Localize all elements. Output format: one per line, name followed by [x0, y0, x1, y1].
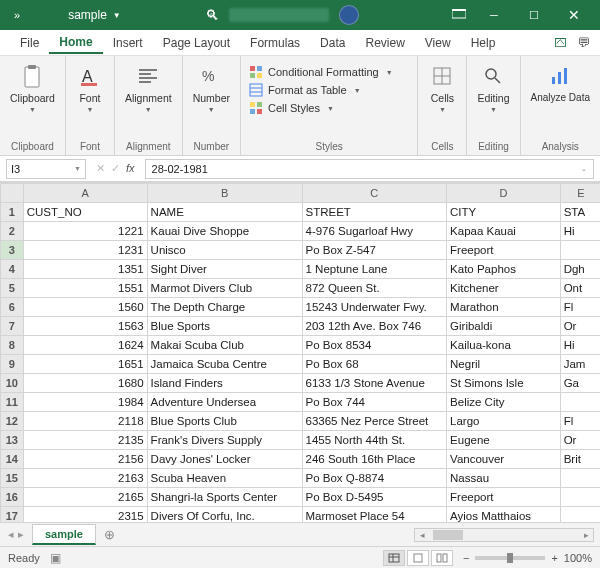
row-header[interactable]: 17 [1, 507, 24, 523]
row-header[interactable]: 1 [1, 203, 24, 222]
tab-formulas[interactable]: Formulas [240, 32, 310, 53]
row-header[interactable]: 10 [1, 374, 24, 393]
cell[interactable]: Hi [560, 336, 600, 355]
view-normal-button[interactable] [383, 550, 405, 566]
cell[interactable]: Marmot Divers Club [147, 279, 302, 298]
cell[interactable]: 1231 [23, 241, 147, 260]
cell[interactable]: 203 12th Ave. Box 746 [302, 317, 447, 336]
fx-icon[interactable]: fx [126, 162, 135, 175]
cell[interactable]: Ayios Matthaios [447, 507, 561, 523]
cell[interactable]: 1563 [23, 317, 147, 336]
cell[interactable]: 1984 [23, 393, 147, 412]
cell[interactable]: 1560 [23, 298, 147, 317]
cell[interactable]: Frank's Divers Supply [147, 431, 302, 450]
cell[interactable]: Marmoset Place 54 [302, 507, 447, 523]
cell[interactable]: 1651 [23, 355, 147, 374]
row-header[interactable]: 12 [1, 412, 24, 431]
ribbon-display-options-icon[interactable] [444, 9, 474, 21]
cell[interactable]: Kato Paphos [447, 260, 561, 279]
cell[interactable]: Po Box Z-547 [302, 241, 447, 260]
row-header[interactable]: 3 [1, 241, 24, 260]
cell[interactable]: Nassau [447, 469, 561, 488]
cell[interactable]: Fl [560, 298, 600, 317]
cell[interactable]: St Simons Isle [447, 374, 561, 393]
tab-insert[interactable]: Insert [103, 32, 153, 53]
cell[interactable] [560, 469, 600, 488]
cell[interactable]: Fl [560, 412, 600, 431]
cell[interactable]: 2156 [23, 450, 147, 469]
cell[interactable]: Largo [447, 412, 561, 431]
col-header-A[interactable]: A [23, 184, 147, 203]
row-header[interactable]: 6 [1, 298, 24, 317]
cell[interactable]: Po Box 744 [302, 393, 447, 412]
cell[interactable]: Eugene [447, 431, 561, 450]
cell[interactable] [560, 241, 600, 260]
cell[interactable]: Giribaldi [447, 317, 561, 336]
cell[interactable]: Kapaa Kauai [447, 222, 561, 241]
cell[interactable]: Brit [560, 450, 600, 469]
maximize-button[interactable]: ☐ [514, 0, 554, 30]
cell[interactable]: 246 South 16th Place [302, 450, 447, 469]
cell[interactable]: 1624 [23, 336, 147, 355]
enter-icon[interactable]: ✓ [111, 162, 120, 175]
cell[interactable]: Kitchener [447, 279, 561, 298]
horizontal-scrollbar[interactable]: ◂ ▸ [414, 528, 594, 542]
cell[interactable]: CITY [447, 203, 561, 222]
name-box[interactable]: I3 ▼ [6, 159, 86, 179]
cell[interactable]: 1 Neptune Lane [302, 260, 447, 279]
cell[interactable]: 872 Queen St. [302, 279, 447, 298]
cell[interactable]: 2165 [23, 488, 147, 507]
avatar[interactable] [339, 5, 359, 25]
cell[interactable] [560, 488, 600, 507]
cell[interactable]: Kailua-kona [447, 336, 561, 355]
cell[interactable]: 1455 North 44th St. [302, 431, 447, 450]
tab-page-layout[interactable]: Page Layout [153, 32, 240, 53]
row-header[interactable]: 11 [1, 393, 24, 412]
close-button[interactable]: ✕ [554, 0, 594, 30]
cell[interactable]: Po Box Q-8874 [302, 469, 447, 488]
row-header[interactable]: 15 [1, 469, 24, 488]
tab-file[interactable]: File [10, 32, 49, 53]
cell[interactable]: 1680 [23, 374, 147, 393]
expand-formula-icon[interactable]: ⌄ [581, 165, 587, 173]
cell[interactable]: Negril [447, 355, 561, 374]
cell[interactable]: Adventure Undersea [147, 393, 302, 412]
zoom-slider[interactable] [475, 556, 545, 560]
cell[interactable]: 2163 [23, 469, 147, 488]
conditional-formatting-button[interactable]: Conditional Formatting ▼ [247, 64, 395, 80]
alignment-button[interactable]: Alignment ▼ [121, 60, 176, 115]
tab-help[interactable]: Help [461, 32, 506, 53]
sheet-nav[interactable]: ◂▸ [0, 528, 32, 541]
cell[interactable]: NAME [147, 203, 302, 222]
col-header-C[interactable]: C [302, 184, 447, 203]
cells-button[interactable]: Cells ▼ [424, 60, 460, 115]
cell[interactable]: 2135 [23, 431, 147, 450]
cell[interactable]: 1551 [23, 279, 147, 298]
cell[interactable]: 2315 [23, 507, 147, 523]
tab-review[interactable]: Review [355, 32, 414, 53]
tab-data[interactable]: Data [310, 32, 355, 53]
row-header[interactable]: 4 [1, 260, 24, 279]
zoom-out-button[interactable]: − [463, 552, 469, 564]
cell[interactable]: 1221 [23, 222, 147, 241]
editing-button[interactable]: Editing ▼ [473, 60, 513, 115]
cell[interactable]: Po Box D-5495 [302, 488, 447, 507]
cell[interactable]: 4-976 Sugarloaf Hwy [302, 222, 447, 241]
cell[interactable]: Po Box 68 [302, 355, 447, 374]
row-header[interactable]: 14 [1, 450, 24, 469]
row-header[interactable]: 13 [1, 431, 24, 450]
tab-view[interactable]: View [415, 32, 461, 53]
quick-access-chevron-icon[interactable]: » [6, 9, 28, 21]
cell[interactable] [560, 393, 600, 412]
cell[interactable]: 1351 [23, 260, 147, 279]
row-header[interactable]: 8 [1, 336, 24, 355]
col-header-B[interactable]: B [147, 184, 302, 203]
cell[interactable]: Makai Scuba Club [147, 336, 302, 355]
cell[interactable]: Divers Of Corfu, Inc. [147, 507, 302, 523]
sheet-tab-active[interactable]: sample [32, 524, 96, 545]
spreadsheet-table[interactable]: ABCDE1CUST_NONAMESTREETCITYSTA21221Kauai… [0, 183, 600, 522]
cell[interactable]: Freeport [447, 241, 561, 260]
scroll-thumb[interactable] [433, 530, 463, 540]
view-page-layout-button[interactable] [407, 550, 429, 566]
minimize-button[interactable]: ─ [474, 0, 514, 30]
